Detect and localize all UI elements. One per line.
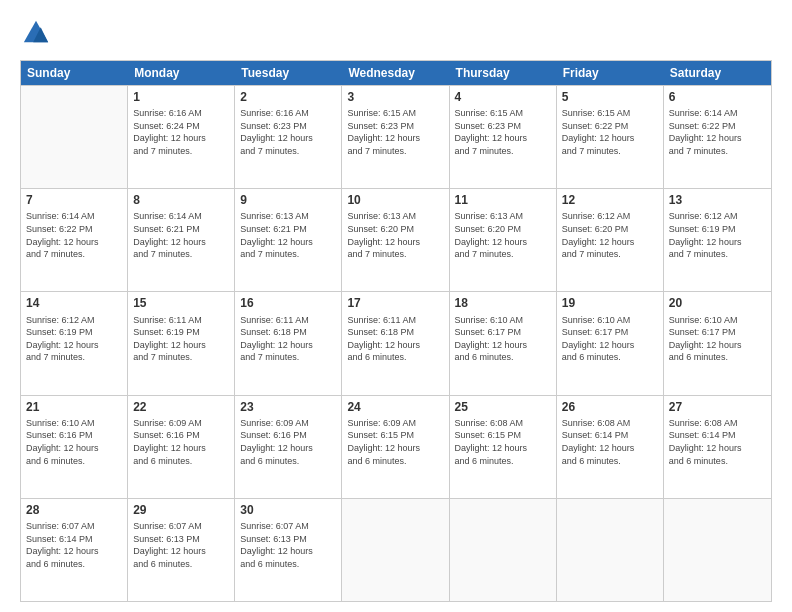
day-info: Sunrise: 6:12 AM Sunset: 6:19 PM Dayligh… bbox=[669, 210, 766, 260]
header-day-friday: Friday bbox=[557, 61, 664, 85]
header-day-sunday: Sunday bbox=[21, 61, 128, 85]
day-info: Sunrise: 6:10 AM Sunset: 6:17 PM Dayligh… bbox=[669, 314, 766, 364]
day-number: 13 bbox=[669, 192, 766, 208]
day-info: Sunrise: 6:10 AM Sunset: 6:16 PM Dayligh… bbox=[26, 417, 122, 467]
day-info: Sunrise: 6:07 AM Sunset: 6:13 PM Dayligh… bbox=[133, 520, 229, 570]
day-info: Sunrise: 6:16 AM Sunset: 6:23 PM Dayligh… bbox=[240, 107, 336, 157]
day-cell-6: 6Sunrise: 6:14 AM Sunset: 6:22 PM Daylig… bbox=[664, 86, 771, 188]
day-number: 14 bbox=[26, 295, 122, 311]
day-cell-25: 25Sunrise: 6:08 AM Sunset: 6:15 PM Dayli… bbox=[450, 396, 557, 498]
header-day-saturday: Saturday bbox=[664, 61, 771, 85]
calendar-header: SundayMondayTuesdayWednesdayThursdayFrid… bbox=[21, 61, 771, 85]
day-info: Sunrise: 6:10 AM Sunset: 6:17 PM Dayligh… bbox=[562, 314, 658, 364]
empty-cell bbox=[450, 499, 557, 601]
day-info: Sunrise: 6:09 AM Sunset: 6:16 PM Dayligh… bbox=[240, 417, 336, 467]
day-info: Sunrise: 6:14 AM Sunset: 6:22 PM Dayligh… bbox=[26, 210, 122, 260]
day-cell-23: 23Sunrise: 6:09 AM Sunset: 6:16 PM Dayli… bbox=[235, 396, 342, 498]
day-number: 3 bbox=[347, 89, 443, 105]
day-cell-17: 17Sunrise: 6:11 AM Sunset: 6:18 PM Dayli… bbox=[342, 292, 449, 394]
day-number: 20 bbox=[669, 295, 766, 311]
day-cell-22: 22Sunrise: 6:09 AM Sunset: 6:16 PM Dayli… bbox=[128, 396, 235, 498]
day-cell-13: 13Sunrise: 6:12 AM Sunset: 6:19 PM Dayli… bbox=[664, 189, 771, 291]
day-number: 26 bbox=[562, 399, 658, 415]
day-info: Sunrise: 6:15 AM Sunset: 6:23 PM Dayligh… bbox=[455, 107, 551, 157]
day-number: 12 bbox=[562, 192, 658, 208]
day-number: 9 bbox=[240, 192, 336, 208]
day-cell-20: 20Sunrise: 6:10 AM Sunset: 6:17 PM Dayli… bbox=[664, 292, 771, 394]
day-number: 29 bbox=[133, 502, 229, 518]
day-cell-2: 2Sunrise: 6:16 AM Sunset: 6:23 PM Daylig… bbox=[235, 86, 342, 188]
week-row-4: 21Sunrise: 6:10 AM Sunset: 6:16 PM Dayli… bbox=[21, 395, 771, 498]
header-day-wednesday: Wednesday bbox=[342, 61, 449, 85]
day-info: Sunrise: 6:13 AM Sunset: 6:20 PM Dayligh… bbox=[347, 210, 443, 260]
day-number: 23 bbox=[240, 399, 336, 415]
day-info: Sunrise: 6:08 AM Sunset: 6:14 PM Dayligh… bbox=[669, 417, 766, 467]
day-info: Sunrise: 6:13 AM Sunset: 6:20 PM Dayligh… bbox=[455, 210, 551, 260]
day-cell-5: 5Sunrise: 6:15 AM Sunset: 6:22 PM Daylig… bbox=[557, 86, 664, 188]
day-info: Sunrise: 6:14 AM Sunset: 6:22 PM Dayligh… bbox=[669, 107, 766, 157]
day-info: Sunrise: 6:14 AM Sunset: 6:21 PM Dayligh… bbox=[133, 210, 229, 260]
day-number: 28 bbox=[26, 502, 122, 518]
page: SundayMondayTuesdayWednesdayThursdayFrid… bbox=[0, 0, 792, 612]
day-number: 17 bbox=[347, 295, 443, 311]
day-cell-16: 16Sunrise: 6:11 AM Sunset: 6:18 PM Dayli… bbox=[235, 292, 342, 394]
day-info: Sunrise: 6:16 AM Sunset: 6:24 PM Dayligh… bbox=[133, 107, 229, 157]
day-number: 4 bbox=[455, 89, 551, 105]
day-info: Sunrise: 6:15 AM Sunset: 6:22 PM Dayligh… bbox=[562, 107, 658, 157]
day-info: Sunrise: 6:10 AM Sunset: 6:17 PM Dayligh… bbox=[455, 314, 551, 364]
day-number: 27 bbox=[669, 399, 766, 415]
empty-cell bbox=[21, 86, 128, 188]
logo bbox=[20, 18, 52, 50]
day-info: Sunrise: 6:09 AM Sunset: 6:15 PM Dayligh… bbox=[347, 417, 443, 467]
day-info: Sunrise: 6:09 AM Sunset: 6:16 PM Dayligh… bbox=[133, 417, 229, 467]
day-cell-8: 8Sunrise: 6:14 AM Sunset: 6:21 PM Daylig… bbox=[128, 189, 235, 291]
day-cell-9: 9Sunrise: 6:13 AM Sunset: 6:21 PM Daylig… bbox=[235, 189, 342, 291]
day-number: 5 bbox=[562, 89, 658, 105]
day-cell-14: 14Sunrise: 6:12 AM Sunset: 6:19 PM Dayli… bbox=[21, 292, 128, 394]
day-number: 15 bbox=[133, 295, 229, 311]
day-cell-1: 1Sunrise: 6:16 AM Sunset: 6:24 PM Daylig… bbox=[128, 86, 235, 188]
empty-cell bbox=[342, 499, 449, 601]
day-cell-18: 18Sunrise: 6:10 AM Sunset: 6:17 PM Dayli… bbox=[450, 292, 557, 394]
day-number: 21 bbox=[26, 399, 122, 415]
day-cell-19: 19Sunrise: 6:10 AM Sunset: 6:17 PM Dayli… bbox=[557, 292, 664, 394]
day-cell-30: 30Sunrise: 6:07 AM Sunset: 6:13 PM Dayli… bbox=[235, 499, 342, 601]
day-number: 6 bbox=[669, 89, 766, 105]
day-cell-7: 7Sunrise: 6:14 AM Sunset: 6:22 PM Daylig… bbox=[21, 189, 128, 291]
day-number: 16 bbox=[240, 295, 336, 311]
day-info: Sunrise: 6:08 AM Sunset: 6:14 PM Dayligh… bbox=[562, 417, 658, 467]
header bbox=[20, 18, 772, 50]
day-info: Sunrise: 6:15 AM Sunset: 6:23 PM Dayligh… bbox=[347, 107, 443, 157]
day-info: Sunrise: 6:08 AM Sunset: 6:15 PM Dayligh… bbox=[455, 417, 551, 467]
week-row-2: 7Sunrise: 6:14 AM Sunset: 6:22 PM Daylig… bbox=[21, 188, 771, 291]
day-info: Sunrise: 6:11 AM Sunset: 6:18 PM Dayligh… bbox=[240, 314, 336, 364]
day-info: Sunrise: 6:12 AM Sunset: 6:19 PM Dayligh… bbox=[26, 314, 122, 364]
day-info: Sunrise: 6:12 AM Sunset: 6:20 PM Dayligh… bbox=[562, 210, 658, 260]
empty-cell bbox=[557, 499, 664, 601]
day-cell-3: 3Sunrise: 6:15 AM Sunset: 6:23 PM Daylig… bbox=[342, 86, 449, 188]
day-cell-15: 15Sunrise: 6:11 AM Sunset: 6:19 PM Dayli… bbox=[128, 292, 235, 394]
day-cell-11: 11Sunrise: 6:13 AM Sunset: 6:20 PM Dayli… bbox=[450, 189, 557, 291]
day-number: 7 bbox=[26, 192, 122, 208]
week-row-1: 1Sunrise: 6:16 AM Sunset: 6:24 PM Daylig… bbox=[21, 85, 771, 188]
header-day-thursday: Thursday bbox=[450, 61, 557, 85]
day-number: 30 bbox=[240, 502, 336, 518]
day-cell-26: 26Sunrise: 6:08 AM Sunset: 6:14 PM Dayli… bbox=[557, 396, 664, 498]
day-number: 10 bbox=[347, 192, 443, 208]
day-info: Sunrise: 6:07 AM Sunset: 6:14 PM Dayligh… bbox=[26, 520, 122, 570]
calendar-body: 1Sunrise: 6:16 AM Sunset: 6:24 PM Daylig… bbox=[21, 85, 771, 601]
header-day-monday: Monday bbox=[128, 61, 235, 85]
day-cell-12: 12Sunrise: 6:12 AM Sunset: 6:20 PM Dayli… bbox=[557, 189, 664, 291]
day-info: Sunrise: 6:11 AM Sunset: 6:18 PM Dayligh… bbox=[347, 314, 443, 364]
day-number: 18 bbox=[455, 295, 551, 311]
day-number: 19 bbox=[562, 295, 658, 311]
day-cell-28: 28Sunrise: 6:07 AM Sunset: 6:14 PM Dayli… bbox=[21, 499, 128, 601]
day-number: 8 bbox=[133, 192, 229, 208]
day-info: Sunrise: 6:11 AM Sunset: 6:19 PM Dayligh… bbox=[133, 314, 229, 364]
day-cell-29: 29Sunrise: 6:07 AM Sunset: 6:13 PM Dayli… bbox=[128, 499, 235, 601]
day-info: Sunrise: 6:07 AM Sunset: 6:13 PM Dayligh… bbox=[240, 520, 336, 570]
day-number: 1 bbox=[133, 89, 229, 105]
day-cell-24: 24Sunrise: 6:09 AM Sunset: 6:15 PM Dayli… bbox=[342, 396, 449, 498]
day-number: 22 bbox=[133, 399, 229, 415]
day-cell-27: 27Sunrise: 6:08 AM Sunset: 6:14 PM Dayli… bbox=[664, 396, 771, 498]
